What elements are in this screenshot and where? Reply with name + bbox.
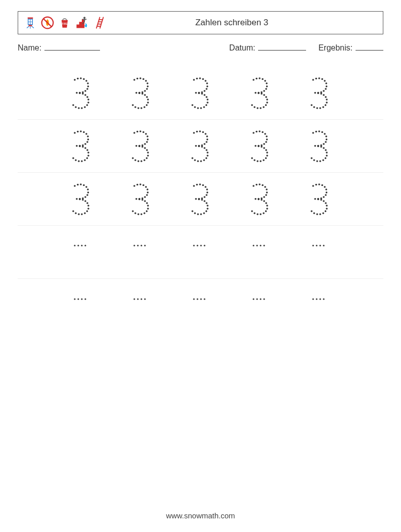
date-label: Datum: [229, 43, 256, 53]
name-field: Name: [18, 43, 100, 53]
grid-cell[interactable] [110, 77, 170, 109]
grid-row [18, 279, 383, 332]
traced-three-icon [247, 130, 271, 162]
grid-cell[interactable] [51, 77, 110, 109]
grid-row [18, 226, 383, 279]
traced-three-icon [247, 183, 271, 215]
name-blank[interactable] [44, 43, 100, 51]
result-blank[interactable] [356, 43, 383, 51]
traced-three-icon [128, 77, 152, 109]
baseline-dots-icon [133, 243, 147, 248]
baseline-dots-icon [312, 297, 326, 302]
tracing-grid [18, 67, 383, 332]
baseline-dots-icon [192, 243, 207, 248]
grid-cell[interactable] [51, 243, 110, 261]
no-fire-icon [40, 16, 55, 30]
traced-three-icon [188, 77, 211, 109]
traced-three-icon [188, 183, 211, 215]
grid-cell[interactable] [170, 130, 229, 162]
grid-cell[interactable] [51, 297, 110, 315]
baseline-dots-icon [192, 297, 207, 302]
grid-row [18, 173, 383, 226]
traced-three-icon [307, 183, 330, 215]
traced-three-icon [188, 130, 211, 162]
footer-url: www.snowmath.com [0, 511, 401, 520]
result-field: Ergebnis: [318, 43, 383, 53]
grid-cell[interactable] [229, 297, 289, 315]
exit-stairs-icon [75, 16, 89, 30]
grid-cell[interactable] [229, 130, 289, 162]
grid-cell[interactable] [289, 130, 348, 162]
grid-cell[interactable] [51, 130, 110, 162]
baseline-dots-icon [252, 297, 266, 302]
grid-cell[interactable] [170, 183, 229, 215]
fire-bucket-icon [58, 16, 72, 30]
grid-cell[interactable] [110, 243, 170, 261]
lantern-icon [23, 16, 37, 30]
grid-cell[interactable] [229, 183, 289, 215]
traced-three-icon [128, 130, 152, 162]
grid-cell[interactable] [229, 77, 289, 109]
result-label: Ergebnis: [318, 43, 353, 53]
worksheet-title: Zahlen schreiben 3 [106, 18, 378, 28]
baseline-dots-icon [73, 243, 87, 248]
grid-cell[interactable] [289, 77, 348, 109]
grid-cell[interactable] [110, 130, 170, 162]
header-box: Zahlen schreiben 3 [18, 11, 383, 34]
grid-row [18, 120, 383, 173]
name-label: Name: [18, 43, 41, 53]
worksheet-page: Zahlen schreiben 3 Name: Datum: Ergebnis… [0, 0, 401, 332]
baseline-dots-icon [133, 297, 147, 302]
traced-three-icon [307, 130, 330, 162]
grid-cell[interactable] [170, 77, 229, 109]
date-field: Datum: [229, 43, 307, 53]
traced-three-icon [69, 77, 92, 109]
ladder-icon [92, 16, 106, 30]
grid-cell[interactable] [110, 297, 170, 315]
grid-cell[interactable] [170, 297, 229, 315]
grid-cell[interactable] [51, 183, 110, 215]
traced-three-icon [307, 77, 330, 109]
grid-cell[interactable] [229, 243, 289, 261]
date-blank[interactable] [258, 43, 306, 51]
baseline-dots-icon [252, 243, 266, 248]
baseline-dots-icon [73, 297, 87, 302]
grid-cell[interactable] [110, 183, 170, 215]
traced-three-icon [69, 130, 92, 162]
grid-cell[interactable] [170, 243, 229, 261]
grid-cell[interactable] [289, 183, 348, 215]
grid-cell[interactable] [289, 297, 348, 315]
traced-three-icon [247, 77, 271, 109]
header-icons [23, 16, 106, 30]
grid-cell[interactable] [289, 243, 348, 261]
grid-row [18, 67, 383, 120]
baseline-dots-icon [312, 243, 326, 248]
traced-three-icon [69, 183, 92, 215]
traced-three-icon [128, 183, 152, 215]
meta-row: Name: Datum: Ergebnis: [18, 43, 383, 53]
